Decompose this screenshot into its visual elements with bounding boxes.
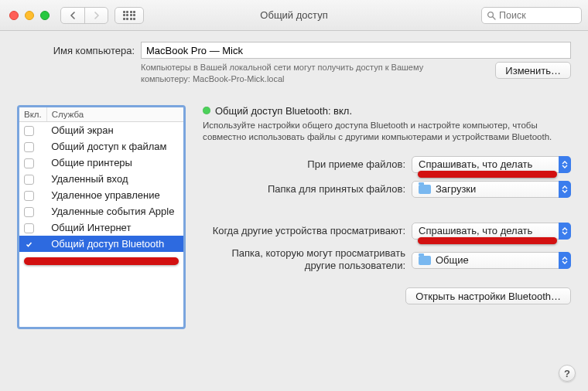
status-title: Общий доступ Bluetooth: вкл. — [215, 105, 352, 117]
service-checkbox[interactable] — [24, 223, 34, 233]
service-label: Удаленное управление — [46, 187, 183, 203]
folder-icon — [419, 185, 431, 194]
service-label: Общий доступ к файлам — [46, 138, 183, 155]
forward-button[interactable] — [84, 8, 108, 23]
service-row-selected[interactable]: Общий доступ Bluetooth — [19, 236, 183, 252]
popup-browse-folder[interactable]: Общие — [412, 252, 571, 269]
service-checkbox[interactable] — [24, 158, 34, 168]
annotation-underline — [418, 237, 557, 244]
column-service[interactable]: Служба — [46, 107, 183, 122]
label-browse-folder: Папка, которую могут просматривать други… — [203, 247, 412, 273]
service-row[interactable]: Общий доступ к файлам — [19, 138, 183, 155]
service-label: Общий Интернет — [46, 219, 183, 236]
services-sidebar: Вкл. Служба Общий экран Общий доступ к ф… — [17, 105, 186, 329]
annotation-underline — [418, 171, 557, 178]
computer-name-field[interactable] — [141, 42, 571, 59]
service-checkbox[interactable] — [24, 142, 34, 152]
nav-back-forward — [60, 7, 108, 24]
service-label: Общий экран — [46, 121, 183, 138]
detail-pane: Общий доступ Bluetooth: вкл. Используйте… — [203, 105, 571, 329]
status-indicator-icon — [203, 107, 210, 114]
folder-icon — [419, 256, 431, 265]
popup-arrows-icon — [559, 223, 571, 240]
label-receive-files: При приеме файлов: — [203, 158, 412, 170]
open-bluetooth-settings-button[interactable]: Открыть настройки Bluetooth… — [405, 287, 571, 304]
window-controls — [9, 11, 50, 20]
service-row[interactable]: Общий Интернет — [19, 219, 183, 236]
popup-received-folder[interactable]: Загрузки — [412, 181, 571, 198]
service-label: Удаленные события Apple — [46, 203, 183, 219]
service-row[interactable]: Удаленные события Apple — [19, 203, 183, 219]
chevron-left-icon — [70, 12, 76, 19]
grid-icon — [123, 11, 136, 20]
search-field[interactable] — [481, 7, 582, 24]
main-content: Вкл. Служба Общий экран Общий доступ к ф… — [0, 91, 588, 340]
computer-name-label: Имя компьютера: — [17, 45, 135, 56]
service-row[interactable]: Удаленное управление — [19, 187, 183, 203]
maximize-window-button[interactable] — [40, 11, 50, 20]
help-button[interactable]: ? — [559, 365, 576, 382]
service-row[interactable]: Общие принтеры — [19, 155, 183, 171]
chevron-right-icon — [94, 12, 100, 19]
popup-arrows-icon — [559, 156, 571, 173]
computer-name-section: Имя компьютера: Компьютеры в Вашей локал… — [0, 31, 588, 91]
status-description: Используйте настройки общего доступа Blu… — [203, 120, 571, 144]
service-checkbox[interactable] — [24, 126, 34, 136]
popup-arrows-icon — [559, 181, 571, 198]
service-checkbox[interactable] — [24, 240, 34, 250]
annotation-strike — [24, 257, 179, 265]
titlebar: Общий доступ — [0, 0, 588, 31]
service-label: Общий доступ Bluetooth — [46, 236, 183, 252]
service-checkbox[interactable] — [24, 175, 34, 185]
show-all-button[interactable] — [115, 7, 144, 24]
search-icon — [487, 11, 496, 20]
label-received-folder: Папка для принятых файлов: — [203, 183, 412, 195]
service-row[interactable]: Общий экран — [19, 121, 183, 138]
computer-name-subtext: Компьютеры в Вашей локальной сети могут … — [141, 62, 495, 85]
popup-value: Спрашивать, что делать — [419, 158, 556, 170]
service-checkbox[interactable] — [24, 207, 34, 217]
service-label: Общие принтеры — [46, 155, 183, 171]
popup-value: Общие — [436, 254, 556, 266]
service-label: Удаленный вход — [46, 171, 183, 187]
change-name-button[interactable]: Изменить… — [495, 62, 571, 79]
service-checkbox[interactable] — [24, 191, 34, 201]
back-button[interactable] — [61, 8, 84, 23]
column-on[interactable]: Вкл. — [19, 107, 46, 122]
close-window-button[interactable] — [9, 11, 19, 20]
popup-arrows-icon — [559, 252, 571, 269]
minimize-window-button[interactable] — [25, 11, 34, 20]
service-row[interactable]: Удаленный вход — [19, 171, 183, 187]
popup-value: Спрашивать, что делать — [419, 225, 556, 236]
search-input[interactable] — [499, 10, 576, 21]
popup-value: Загрузки — [436, 183, 556, 195]
label-browse: Когда другие устройства просматривают: — [203, 225, 412, 236]
svg-line-1 — [493, 16, 495, 19]
